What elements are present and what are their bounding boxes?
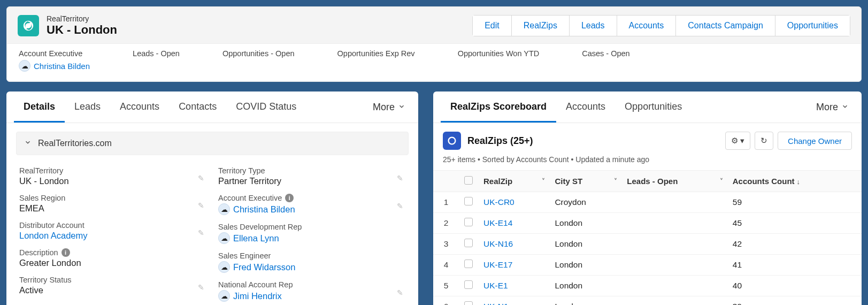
gear-icon: ⚙ [731, 136, 738, 146]
contacts-campaign-button[interactable]: Contacts Campaign [676, 16, 775, 36]
row-number: 3 [433, 234, 459, 255]
chevron-down-icon: ˅ [614, 178, 617, 185]
left-tabs: Details Leads Accounts Contacts COVID St… [6, 92, 418, 123]
leads-button[interactable]: Leads [570, 16, 617, 36]
city-cell: London [549, 255, 621, 276]
tab-more[interactable]: More [811, 94, 854, 120]
user-avatar-icon: ☁︎ [218, 290, 230, 302]
field-value: Partner Territory [218, 176, 406, 186]
select-all-checkbox[interactable] [464, 176, 473, 185]
chevron-down-icon [841, 102, 849, 113]
pencil-icon[interactable]: ✎ [198, 201, 204, 210]
related-list-title[interactable]: RealZips (25+) [467, 135, 533, 147]
sort-desc-icon: ↓ [797, 178, 801, 186]
pencil-icon[interactable]: ✎ [397, 174, 403, 182]
list-meta: 25+ items • Sorted by Accounts Count • U… [433, 153, 862, 170]
city-cell: London [549, 276, 621, 296]
field-label: Account Executive [19, 49, 90, 58]
realzip-link[interactable]: UK-E17 [483, 260, 512, 269]
tab-opportunities[interactable]: Opportunities [615, 92, 692, 123]
pencil-icon[interactable]: ✎ [198, 228, 204, 237]
col-leads-open[interactable]: Leads - Open˅ [621, 171, 727, 192]
city-cell: Croydon [549, 192, 621, 213]
edit-button[interactable]: Edit [473, 16, 512, 36]
row-checkbox[interactable] [464, 218, 473, 226]
pencil-icon[interactable]: ✎ [198, 283, 204, 292]
field-label: Description i [19, 248, 208, 257]
change-owner-button[interactable]: Change Owner [778, 132, 852, 150]
tab-details[interactable]: Details [14, 92, 65, 123]
chevron-down-icon: ˅ [542, 178, 545, 185]
distributor-account-link[interactable]: London Academy [19, 231, 208, 241]
realterritory-icon [18, 15, 39, 36]
count-cell: 42 [727, 234, 862, 255]
leads-cell [621, 234, 727, 255]
tab-more-label: More [373, 102, 395, 113]
field-label: Opportunities - Open [222, 49, 295, 58]
details-panel: Details Leads Accounts Contacts COVID St… [6, 92, 418, 305]
accounts-button[interactable]: Accounts [617, 16, 677, 36]
tab-covid-status[interactable]: COVID Status [226, 92, 306, 123]
tab-leads[interactable]: Leads [65, 92, 110, 123]
field-label: Account Executive i [218, 194, 406, 202]
settings-button[interactable]: ⚙ ▾ [725, 132, 750, 150]
row-checkbox[interactable] [464, 239, 473, 247]
info-icon[interactable]: i [285, 194, 294, 202]
chevron-down-icon: ˅ [720, 178, 723, 185]
col-realzip[interactable]: RealZip˅ [478, 171, 549, 192]
table-row: 2UK-E14London45 [433, 213, 862, 234]
row-number: 1 [433, 192, 459, 213]
user-link[interactable]: Fred Widarsson [233, 262, 295, 272]
count-cell: 39 [727, 296, 862, 306]
row-number: 6 [433, 296, 459, 306]
tab-more-label: More [816, 102, 838, 113]
row-checkbox[interactable] [464, 280, 473, 289]
pencil-icon[interactable]: ✎ [397, 202, 403, 210]
count-cell: 40 [727, 276, 862, 296]
tab-accounts[interactable]: Accounts [110, 92, 169, 123]
realzip-link[interactable]: UK-E1 [483, 281, 508, 290]
field-label: National Account Rep [218, 280, 406, 289]
pencil-icon[interactable]: ✎ [198, 174, 204, 182]
info-icon[interactable]: i [62, 248, 70, 257]
user-link[interactable]: Ellena Lynn [233, 233, 279, 243]
user-link[interactable]: Jimi Hendrix [233, 291, 282, 301]
col-accounts-count[interactable]: Accounts Count↓ [727, 171, 862, 192]
opportunities-button[interactable]: Opportunities [775, 16, 850, 36]
refresh-icon: ↻ [761, 136, 767, 146]
realzip-link[interactable]: UK-E14 [483, 218, 512, 227]
city-cell: London [549, 213, 621, 234]
row-checkbox[interactable] [464, 197, 473, 205]
row-checkbox[interactable] [464, 260, 473, 268]
leads-cell [621, 296, 727, 306]
account-executive-link[interactable]: Christina Bilden [34, 62, 90, 71]
realzips-button[interactable]: RealZips [512, 16, 570, 36]
leads-cell [621, 276, 727, 296]
row-checkbox[interactable] [464, 301, 473, 305]
section-toggle[interactable]: RealTerritories.com [16, 132, 409, 155]
page-title: UK - London [47, 23, 117, 37]
realzip-link[interactable]: UK-N16 [483, 239, 513, 248]
tab-contacts[interactable]: Contacts [169, 92, 226, 123]
col-city[interactable]: City ST˅ [549, 171, 621, 192]
user-link[interactable]: Christina Bilden [233, 204, 295, 215]
table-row: 3UK-N16London42 [433, 234, 862, 255]
user-avatar-icon: ☁︎ [218, 203, 230, 215]
action-button-group: Edit RealZips Leads Accounts Contacts Ca… [472, 15, 850, 36]
chevron-down-icon [398, 102, 405, 113]
realzip-link[interactable]: UK-N1 [483, 302, 509, 305]
city-cell: London [549, 296, 621, 306]
count-cell: 41 [727, 255, 862, 276]
realzip-link[interactable]: UK-CR0 [483, 197, 514, 207]
realzips-table: RealZip˅ City ST˅ Leads - Open˅ Accounts… [433, 170, 862, 305]
tab-more[interactable]: More [367, 94, 411, 120]
record-header: RealTerritory UK - London Edit RealZips … [6, 6, 862, 82]
refresh-button[interactable]: ↻ [755, 132, 773, 150]
tab-realzips-scoreboard[interactable]: RealZips Scoreboard [441, 92, 556, 123]
field-label: Opportunities Won YTD [458, 49, 540, 58]
field-value: Greater London [19, 258, 208, 268]
city-cell: London [549, 234, 621, 255]
tab-accounts[interactable]: Accounts [556, 92, 615, 123]
section-title: RealTerritories.com [38, 139, 112, 148]
pencil-icon[interactable]: ✎ [397, 288, 403, 297]
